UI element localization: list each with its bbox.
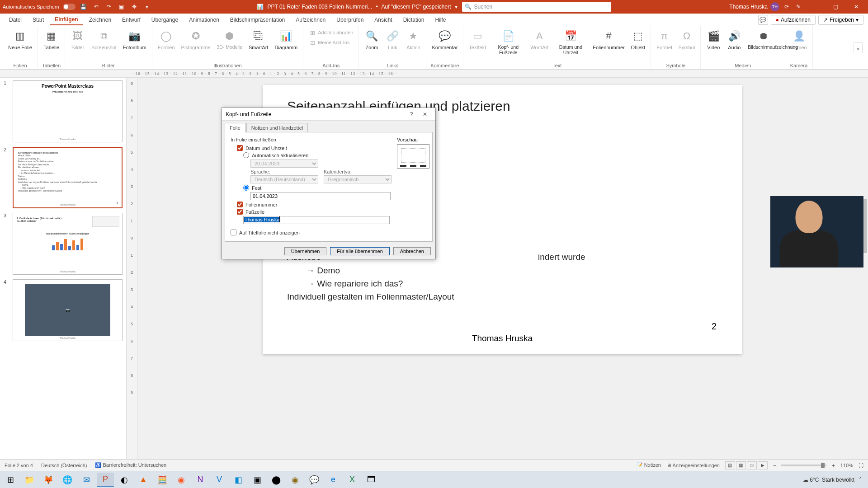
cameo-button[interactable]: 👤Cameo bbox=[789, 28, 808, 51]
firefox-icon[interactable]: 🦊 bbox=[40, 473, 57, 487]
autosave-toggle[interactable] bbox=[63, 4, 75, 10]
slidenumber-button[interactable]: #Foliennummer bbox=[591, 28, 626, 51]
table-button[interactable]: ▦Tabelle bbox=[42, 28, 61, 51]
vscode-icon[interactable]: V bbox=[211, 473, 228, 487]
user-account[interactable]: Thomas Hruska TH bbox=[729, 2, 779, 11]
close-button[interactable]: ✕ bbox=[847, 0, 865, 14]
comment-button[interactable]: 💬Kommentar bbox=[430, 28, 459, 51]
tab-uebergaenge[interactable]: Übergänge bbox=[147, 15, 183, 25]
reading-view-icon[interactable]: ▭ bbox=[747, 461, 757, 469]
object-button[interactable]: ⬚Objekt bbox=[629, 28, 647, 51]
tab-zeichnen[interactable]: Zeichnen bbox=[85, 15, 116, 25]
pictograms-button[interactable]: ✪Piktogramme bbox=[179, 28, 212, 51]
powerpoint-icon[interactable]: P bbox=[97, 473, 114, 487]
sorter-view-icon[interactable]: ▦ bbox=[736, 461, 746, 469]
tab-entwurf[interactable]: Entwurf bbox=[118, 15, 145, 25]
rb-auto[interactable] bbox=[243, 152, 249, 158]
display-settings-button[interactable]: 🖥 Anzeigeeinstellungen bbox=[666, 463, 720, 468]
excel-icon[interactable]: X bbox=[344, 473, 361, 487]
fixed-date-input[interactable] bbox=[250, 192, 391, 200]
outlook-icon[interactable]: ✉ bbox=[78, 473, 95, 487]
obs-icon[interactable]: ⬤ bbox=[268, 473, 285, 487]
fit-window-icon[interactable]: ⛶ bbox=[859, 463, 863, 468]
tab-datei[interactable]: Datei bbox=[5, 15, 26, 25]
thumb-3[interactable]: 3 2 Vertikale Achsen (Primär sekundär)de… bbox=[4, 213, 123, 275]
redo-icon[interactable]: ↷ bbox=[104, 2, 113, 11]
record-button[interactable]: ●Aufzeichnen bbox=[771, 15, 816, 25]
tab-aufzeichnen[interactable]: Aufzeichnen bbox=[291, 15, 330, 25]
comments-pane-icon[interactable]: 💬 bbox=[758, 15, 768, 25]
tab-start[interactable]: Start bbox=[28, 15, 48, 25]
app-icon-5[interactable]: ▣ bbox=[249, 473, 266, 487]
accessibility-status[interactable]: ♿ Barrierefreiheit: Untersuchen bbox=[95, 462, 166, 468]
my-addins-button[interactable]: ⊡Meine Add-Ins bbox=[307, 38, 355, 47]
cancel-button[interactable]: Abbrechen bbox=[393, 247, 431, 255]
link-button[interactable]: 🔗Link bbox=[383, 28, 401, 51]
app-icon-8[interactable]: 🗔 bbox=[363, 473, 380, 487]
tab-dictation[interactable]: Dictation bbox=[399, 15, 429, 25]
tab-ueberpruefen[interactable]: Überprüfen bbox=[332, 15, 368, 25]
weather-widget[interactable]: ☁ 6°C Stark bewölkt bbox=[803, 477, 854, 483]
windows-taskbar[interactable]: ⊞ 📁 🦊 🌐 ✉ P ◐ ▲ 🧮 ◉ N V ◧ ▣ ⬤ ◉ 💬 e X 🗔 … bbox=[0, 471, 868, 488]
touch-icon[interactable]: ✥ bbox=[130, 2, 139, 11]
save-icon[interactable]: 💾 bbox=[79, 2, 88, 11]
thumb-4[interactable]: 4 📷 Thomas Hruska bbox=[4, 279, 123, 341]
app-icon-1[interactable]: ◐ bbox=[116, 473, 133, 487]
action-button[interactable]: ★Aktion bbox=[404, 28, 422, 51]
filename-dropdown-icon[interactable]: ▾ bbox=[455, 4, 458, 10]
start-show-icon[interactable]: ▣ bbox=[117, 2, 126, 11]
edge-icon[interactable]: e bbox=[325, 473, 342, 487]
tab-animationen[interactable]: Animationen bbox=[184, 15, 224, 25]
new-slide-button[interactable]: ▥Neue Folie bbox=[6, 28, 34, 51]
dialog-close-icon[interactable]: ✕ bbox=[418, 108, 432, 120]
tray-expand-icon[interactable]: ˄ bbox=[859, 477, 862, 483]
video-button[interactable]: 🎬Video bbox=[704, 28, 722, 51]
view-buttons[interactable]: ▤ ▦ ▭ ▶ bbox=[725, 461, 768, 469]
slideshow-icon[interactable]: ▶ bbox=[758, 461, 768, 469]
screenshot-button[interactable]: ⧉Screenshot bbox=[90, 28, 118, 51]
search-box[interactable]: 🔍 Suchen bbox=[462, 2, 611, 12]
thumb-2[interactable]: 2 Seitenanzahl einfügen und platzieren#h… bbox=[4, 147, 123, 209]
dialog-help-icon[interactable]: ? bbox=[405, 108, 418, 120]
chart-button[interactable]: 📊Diagramm bbox=[273, 28, 299, 51]
app-icon-4[interactable]: ◧ bbox=[230, 473, 247, 487]
zoom-out-icon[interactable]: − bbox=[773, 463, 776, 468]
zoom-value[interactable]: 110% bbox=[840, 463, 853, 468]
thumb-1[interactable]: 1 PowerPoint Masterclass Präsentieren wi… bbox=[4, 80, 123, 142]
cb-datetime[interactable] bbox=[237, 145, 243, 151]
apply-all-button[interactable]: Für alle übernehmen bbox=[330, 247, 390, 255]
app-icon-2[interactable]: 🧮 bbox=[154, 473, 171, 487]
smartart-button[interactable]: ⿻SmartArt bbox=[247, 28, 270, 51]
maximize-button[interactable]: ▢ bbox=[826, 0, 844, 14]
cb-footer[interactable] bbox=[237, 209, 243, 215]
tab-hilfe[interactable]: Hilfe bbox=[430, 15, 450, 25]
pictures-button[interactable]: 🖼Bilder bbox=[69, 28, 87, 51]
slide-thumbnails-panel[interactable]: 1 PowerPoint Masterclass Präsentieren wi… bbox=[0, 78, 127, 476]
3d-button[interactable]: ⬢3D- Modelle bbox=[215, 28, 244, 51]
textbox-button[interactable]: ▭Textfeld bbox=[467, 28, 488, 51]
normal-view-icon[interactable]: ▤ bbox=[725, 461, 735, 469]
qat-more-icon[interactable]: ▾ bbox=[142, 2, 151, 11]
zoom-slider[interactable] bbox=[781, 465, 826, 466]
undo-icon[interactable]: ↶ bbox=[92, 2, 101, 11]
shapes-button[interactable]: ◯Formen bbox=[156, 28, 177, 51]
cb-hide-title[interactable] bbox=[231, 230, 236, 235]
wordart-button[interactable]: AWordArt bbox=[528, 28, 550, 51]
vlc-icon[interactable]: ▲ bbox=[135, 473, 152, 487]
rb-fixed[interactable] bbox=[243, 185, 249, 191]
tab-bildschirm[interactable]: Bildschirmpräsentation bbox=[226, 15, 289, 25]
audio-button[interactable]: 🔊Audio bbox=[725, 28, 743, 51]
dialog-tab-folie[interactable]: Folie bbox=[225, 123, 245, 132]
share-button[interactable]: ↗Freigeben▾ bbox=[818, 15, 863, 25]
apply-button[interactable]: Übernehmen bbox=[284, 247, 327, 255]
header-footer-button[interactable]: 📄Kopf- und Fußzeile bbox=[491, 28, 526, 56]
app-icon-6[interactable]: ◉ bbox=[287, 473, 304, 487]
app-icon-3[interactable]: ◉ bbox=[173, 473, 190, 487]
tab-einfuegen[interactable]: Einfügen bbox=[50, 14, 82, 25]
zoom-button[interactable]: 🔍Zoom bbox=[363, 28, 381, 51]
notes-button[interactable]: 📝 Notizen bbox=[637, 462, 661, 468]
ribbon-collapse-icon[interactable]: ⌄ bbox=[854, 42, 863, 53]
photoalbum-button[interactable]: 📷Fotoalbum bbox=[121, 28, 148, 51]
zoom-in-icon[interactable]: + bbox=[832, 463, 835, 468]
explorer-icon[interactable]: 📁 bbox=[21, 473, 38, 487]
